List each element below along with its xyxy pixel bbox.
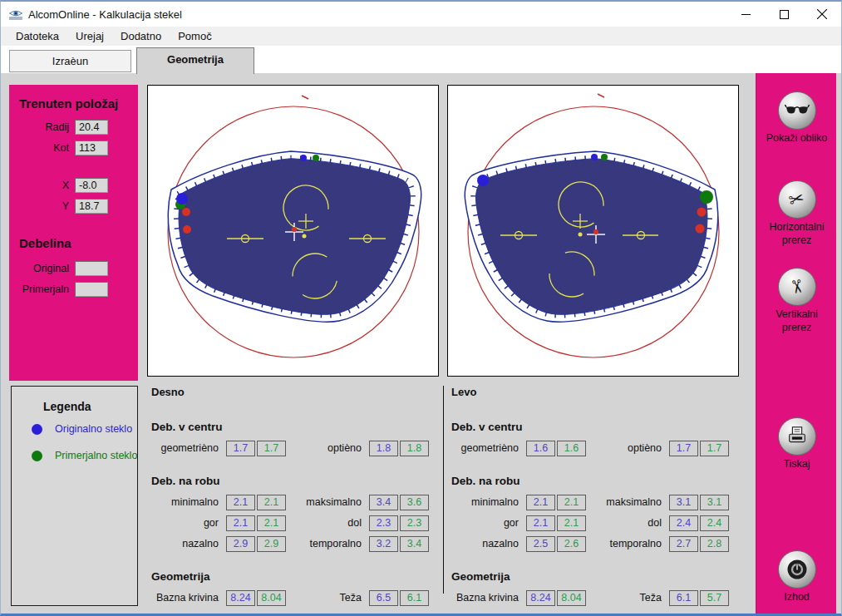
value-compare[interactable]: 2.1 (557, 495, 586, 510)
value-original[interactable]: 2.9 (226, 536, 255, 552)
value-original[interactable]: 2.4 (669, 515, 698, 531)
value-compare[interactable]: 2.4 (700, 515, 729, 531)
menu-help[interactable]: Pomoč (170, 28, 219, 45)
sunglasses-icon (778, 91, 816, 130)
maximize-button[interactable] (765, 2, 803, 27)
row-updown: gor 2.1 2.1 dol 2.3 2.3 (147, 515, 443, 531)
original-thickness-field[interactable] (75, 261, 108, 276)
value-original[interactable]: 1.6 (526, 441, 555, 456)
row-label: Teža (287, 590, 362, 606)
exit-button[interactable]: Izhod (756, 550, 837, 604)
close-button[interactable] (803, 2, 841, 27)
panel-name: Levo (451, 386, 476, 398)
row-label: temporalno (587, 536, 662, 552)
row-label: maksimalno (287, 495, 362, 510)
value-compare[interactable]: 1.8 (400, 441, 429, 456)
value-original[interactable]: 8.24 (526, 590, 555, 606)
row-label: dol (587, 515, 662, 531)
value-original[interactable]: 2.1 (526, 515, 555, 531)
power-icon (778, 550, 816, 589)
value-compare[interactable]: 3.4 (400, 536, 429, 552)
legend-panel: Legenda Originalno steklo Primerjalno st… (11, 386, 138, 606)
value-compare[interactable]: 1.6 (557, 441, 586, 456)
show-shape-button[interactable]: Pokaži obliko (756, 91, 837, 145)
row-label: nazalno (447, 536, 519, 552)
value-original[interactable]: 8.24 (226, 590, 255, 606)
window-controls (726, 2, 841, 27)
y-label: Y (9, 199, 69, 214)
value-original[interactable]: 6.5 (369, 590, 398, 606)
maximize-icon (780, 10, 789, 19)
value-compare[interactable]: 1.7 (257, 441, 286, 456)
value-compare[interactable]: 2.3 (400, 515, 429, 531)
radius-label: Radij (9, 120, 69, 135)
vertical-cut-button[interactable]: ✂ Vertikalni prerez (756, 268, 837, 334)
radius-field[interactable]: 20.4 (75, 120, 108, 135)
legend-compare-label: Primerjalno steklo (55, 450, 137, 461)
value-compare[interactable]: 2.6 (557, 536, 586, 552)
value-original[interactable]: 6.1 (669, 590, 698, 606)
value-original[interactable]: 2.5 (526, 536, 555, 552)
title-bar: AlcomOnline - Kalkulacija stekel (1, 2, 841, 27)
value-original[interactable]: 2.3 (369, 515, 398, 531)
row-label: nazalno (147, 536, 219, 552)
value-original[interactable]: 1.7 (669, 441, 698, 456)
row-label: Bazna krivina (147, 590, 219, 606)
tab-izracun[interactable]: Izraèun (9, 50, 131, 72)
value-original[interactable]: 3.2 (369, 536, 398, 552)
show-shape-label: Pokaži obliko (756, 131, 837, 145)
print-button[interactable]: Tiskaj (756, 417, 837, 471)
value-compare[interactable]: 2.9 (257, 536, 286, 552)
scissors-vertical-icon: ✂ (778, 268, 816, 306)
row-label: Teža (587, 590, 662, 606)
angle-field[interactable]: 113 (75, 140, 108, 155)
value-compare[interactable]: 2.1 (557, 515, 586, 531)
value-original[interactable]: 2.7 (669, 536, 698, 552)
panel-name: Desno (151, 386, 185, 398)
value-compare[interactable]: 8.04 (557, 590, 586, 606)
minimize-button[interactable] (726, 2, 765, 27)
window-title: AlcomOnline - Kalkulacija stekel (28, 8, 182, 21)
exit-label: Izhod (756, 590, 837, 604)
value-compare[interactable]: 2.1 (257, 515, 286, 531)
tab-geometrija[interactable]: Geometrija (136, 47, 254, 74)
value-compare[interactable]: 8.04 (257, 590, 286, 606)
value-compare[interactable]: 3.6 (400, 495, 429, 510)
value-compare[interactable]: 1.7 (700, 441, 729, 456)
legend-original-dot (32, 424, 42, 435)
legend-title: Legenda (43, 400, 91, 413)
x-field[interactable]: -8.0 (75, 178, 108, 193)
lens-canvas-levo[interactable] (447, 85, 739, 377)
value-compare[interactable]: 2.8 (700, 536, 729, 552)
lens-canvas-desno[interactable] (147, 85, 439, 377)
value-original[interactable]: 2.1 (526, 495, 555, 510)
menu-file[interactable]: Datoteka (7, 28, 67, 45)
row-center: geometrièno 1.6 1.6 optièno 1.7 1.7 (447, 441, 743, 456)
row-label: geometrièno (447, 441, 519, 456)
section-center-title: Deb. v centru (151, 421, 223, 433)
value-original[interactable]: 2.1 (226, 515, 255, 531)
value-original[interactable]: 1.8 (369, 441, 398, 456)
value-compare[interactable]: 3.1 (700, 495, 729, 510)
row-label: optièno (287, 441, 362, 456)
value-original[interactable]: 2.1 (226, 495, 255, 510)
menu-edit[interactable]: Urejaj (67, 28, 112, 45)
row-label: minimalno (447, 495, 519, 510)
y-field[interactable]: 18.7 (75, 199, 108, 214)
value-original[interactable]: 1.7 (226, 441, 255, 456)
legend-original-label: Originalno steklo (55, 423, 132, 435)
menu-extra[interactable]: Dodatno (112, 28, 170, 45)
action-sidebar: Pokaži obliko ✂ Horizontalni prerez ✂ Ve… (756, 73, 836, 616)
value-compare[interactable]: 6.1 (400, 590, 429, 606)
row-base-weight: Bazna krivina 8.24 8.04 Teža 6.5 6.1 (147, 590, 443, 606)
original-thickness-label: Original (9, 261, 69, 276)
legend-compare-dot (32, 451, 42, 461)
value-original[interactable]: 3.1 (669, 495, 698, 510)
value-compare[interactable]: 2.1 (257, 495, 286, 510)
horizontal-cut-button[interactable]: ✂ Horizontalni prerez (756, 180, 837, 247)
close-icon (817, 9, 827, 19)
angle-label: Kot (9, 140, 69, 155)
value-compare[interactable]: 5.7 (700, 590, 729, 606)
compare-thickness-field[interactable] (75, 282, 108, 297)
value-original[interactable]: 3.4 (369, 495, 398, 510)
